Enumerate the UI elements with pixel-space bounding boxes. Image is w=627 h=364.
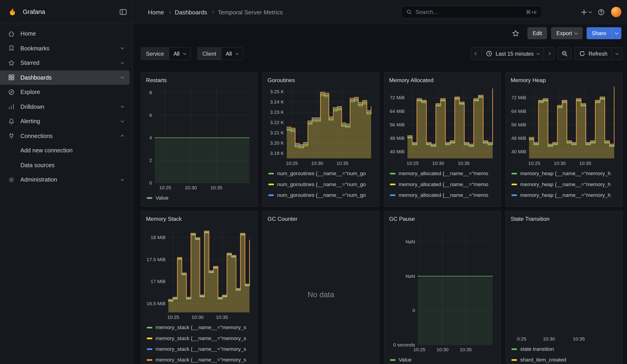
legend-item[interactable]: memory_stack {__name__="memory_s bbox=[145, 344, 254, 354]
refresh-button[interactable]: Refresh bbox=[575, 47, 612, 60]
legend-item[interactable]: Value bbox=[388, 354, 497, 364]
panel-title[interactable]: Memory Stack bbox=[145, 214, 254, 224]
legend-item[interactable]: memory_stack {__name__="memory_s bbox=[145, 354, 254, 364]
svg-text:40 MiB: 40 MiB bbox=[511, 149, 526, 154]
share-button[interactable]: Share bbox=[587, 27, 612, 39]
breadcrumb-dashboards[interactable]: Dashboards bbox=[175, 9, 207, 15]
sidebar-item-administration[interactable]: Administration bbox=[0, 172, 129, 187]
legend-item[interactable]: state transition bbox=[510, 344, 618, 354]
svg-text:10:35: 10:35 bbox=[210, 185, 222, 190]
legend-item[interactable]: memory_allocated {__name__="memo bbox=[388, 190, 497, 200]
legend-item[interactable]: num_goroutines {__name__="num_go bbox=[267, 168, 375, 179]
legend-swatch bbox=[390, 183, 396, 185]
search-input[interactable] bbox=[416, 9, 522, 15]
legend-label: num_goroutines {__name__="num_go bbox=[277, 203, 366, 203]
panel-title[interactable]: Memory Heap bbox=[510, 75, 618, 85]
main-content: Edit Export Share ServiceAllClientAll bbox=[133, 24, 627, 364]
user-avatar[interactable] bbox=[611, 7, 622, 17]
chevron-down-icon bbox=[575, 31, 578, 34]
svg-text:0: 0 bbox=[149, 180, 152, 185]
time-range-picker[interactable]: Last 15 minutes bbox=[482, 47, 544, 60]
legend-item[interactable]: memory_stack {__name__="memory_s bbox=[145, 333, 254, 343]
panel-title[interactable]: State Transition bbox=[510, 214, 618, 224]
time-forward-button[interactable] bbox=[544, 47, 555, 60]
svg-text:48 MiB: 48 MiB bbox=[511, 135, 526, 141]
share-dropdown-button[interactable] bbox=[612, 27, 622, 39]
sidebar-item-starred[interactable]: Starred bbox=[0, 56, 129, 70]
chart-area[interactable]: 8642010:2510:3010:35 bbox=[145, 85, 254, 191]
legend-item[interactable]: memory_heap {__name__="memory_h bbox=[510, 201, 618, 203]
legend-item[interactable]: memory_heap {__name__="memory_h bbox=[510, 190, 618, 200]
sidebar-item-label: Drilldown bbox=[20, 104, 115, 110]
export-button[interactable]: Export bbox=[551, 27, 583, 39]
share-split-button: Share bbox=[587, 27, 622, 39]
panel-title[interactable]: GC Counter bbox=[267, 214, 375, 224]
legend-item[interactable]: num_goroutines {__name__="num_go bbox=[267, 201, 375, 203]
chart-area[interactable]: 3.25 K3.24 K3.23 K3.22 K3.21 K3.20 K3.19… bbox=[267, 85, 375, 166]
legend-swatch bbox=[268, 194, 274, 196]
sidebar-item-add-new-connection[interactable]: Add new connection bbox=[0, 143, 129, 158]
legend-item[interactable]: memory_stack {__name__="memory_s bbox=[145, 322, 254, 333]
help-button[interactable] bbox=[598, 9, 605, 15]
time-back-button[interactable] bbox=[471, 47, 482, 60]
legend-item[interactable]: num_goroutines {__name__="num_go bbox=[267, 190, 375, 200]
star-icon bbox=[8, 59, 15, 66]
time-controls: Last 15 minutes bbox=[471, 47, 623, 60]
edit-button[interactable]: Edit bbox=[527, 27, 547, 39]
sidebar-item-bookmarks[interactable]: Bookmarks bbox=[0, 41, 129, 56]
legend-item[interactable]: Value bbox=[145, 193, 254, 203]
variable-value-dropdown[interactable]: All bbox=[169, 48, 190, 60]
legend-item[interactable]: memory_heap {__name__="memory_h bbox=[510, 168, 618, 179]
sidebar-item-connections[interactable]: Connections bbox=[0, 129, 129, 143]
legend-label: shard_item_created bbox=[520, 357, 566, 363]
dashboard-toolbar: Edit Export Share bbox=[133, 24, 627, 42]
variable-service: ServiceAll bbox=[141, 47, 191, 60]
legend-swatch bbox=[511, 194, 517, 196]
chart-area[interactable]: 0:2510:3010:35 bbox=[510, 224, 618, 342]
variable-value-dropdown[interactable]: All bbox=[221, 48, 243, 60]
sidebar-item-dashboards[interactable]: Dashboards bbox=[0, 70, 129, 85]
chart-area[interactable]: NaNNaN00 seconds10:2510:3010:35 bbox=[388, 224, 497, 353]
chart-area[interactable]: 18 MiB17.5 MiB17 MiB16.5 MiB10:2510:3010… bbox=[145, 224, 254, 320]
sidebar-item-label: Home bbox=[20, 31, 125, 37]
search-box[interactable]: ⌘+k bbox=[401, 6, 542, 18]
legend-item[interactable]: memory_allocated {__name__="memo bbox=[388, 201, 497, 203]
refresh-interval-dropdown[interactable] bbox=[612, 47, 623, 60]
sidebar-item-label: Connections bbox=[20, 133, 115, 139]
sidebar-item-data-sources[interactable]: Data sources bbox=[0, 158, 129, 172]
legend-swatch bbox=[147, 327, 153, 328]
variable-label: Client bbox=[198, 48, 221, 60]
sidebar-item-explore[interactable]: Explore bbox=[0, 85, 129, 100]
legend-item[interactable]: memory_heap {__name__="memory_h bbox=[510, 179, 618, 190]
favorite-star-icon[interactable] bbox=[512, 29, 519, 37]
sidebar-toggle-icon[interactable] bbox=[119, 8, 127, 16]
sidebar-item-drilldown[interactable]: Drilldown bbox=[0, 100, 129, 114]
legend-label: num_goroutines {__name__="num_go bbox=[277, 192, 366, 198]
breadcrumb-home[interactable]: Home bbox=[148, 9, 164, 15]
chart-svg: 3.25 K3.24 K3.23 K3.22 K3.21 K3.20 K3.19… bbox=[267, 85, 375, 166]
sidebar-item-home[interactable]: Home bbox=[0, 26, 129, 41]
svg-text:72 MiB: 72 MiB bbox=[390, 95, 405, 100]
svg-text:NaN: NaN bbox=[405, 273, 415, 279]
panel-title[interactable]: GC Pause bbox=[388, 214, 497, 224]
legend-item[interactable]: num_goroutines {__name__="num_go bbox=[267, 179, 375, 190]
legend-item[interactable]: memory_allocated {__name__="memo bbox=[388, 168, 497, 179]
svg-text:10:30: 10:30 bbox=[432, 160, 444, 166]
chart-area[interactable]: 72 MiB64 MiB56 MiB48 MiB40 MiB10:2510:30… bbox=[388, 85, 497, 166]
panel-title[interactable]: Goroutines bbox=[267, 75, 375, 85]
legend-swatch bbox=[390, 194, 396, 196]
legend-item[interactable]: shard_item_created bbox=[510, 354, 618, 364]
panel-title[interactable]: Memory Allocated bbox=[388, 75, 497, 85]
zoom-out-button[interactable] bbox=[558, 47, 571, 60]
chevron-up-icon bbox=[121, 135, 124, 138]
legend-item[interactable]: memory_allocated {__name__="memo bbox=[388, 179, 497, 190]
sidebar-item-alerting[interactable]: Alerting bbox=[0, 114, 129, 129]
svg-text:10:35: 10:35 bbox=[460, 347, 472, 352]
new-dropdown-button[interactable] bbox=[581, 9, 591, 15]
legend-swatch bbox=[268, 173, 274, 174]
legend-swatch bbox=[511, 173, 517, 174]
sidebar-nav: HomeBookmarksStarredDashboardsExploreDri… bbox=[0, 26, 129, 187]
chart-area[interactable]: 72 MiB64 MiB56 MiB48 MiB40 MiB10:2510:30… bbox=[510, 85, 618, 166]
panel-title[interactable]: Restarts bbox=[145, 75, 254, 85]
chevron-down-icon bbox=[121, 104, 124, 108]
